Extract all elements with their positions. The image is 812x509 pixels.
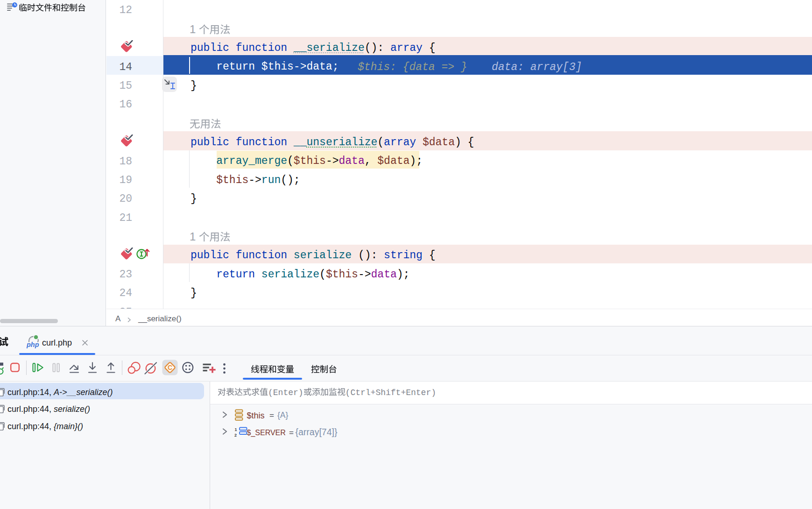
svg-text:2: 2 xyxy=(234,433,237,438)
svg-text:C: C xyxy=(168,364,172,371)
svg-text:1: 1 xyxy=(235,427,237,432)
svg-text:php: php xyxy=(26,341,39,348)
